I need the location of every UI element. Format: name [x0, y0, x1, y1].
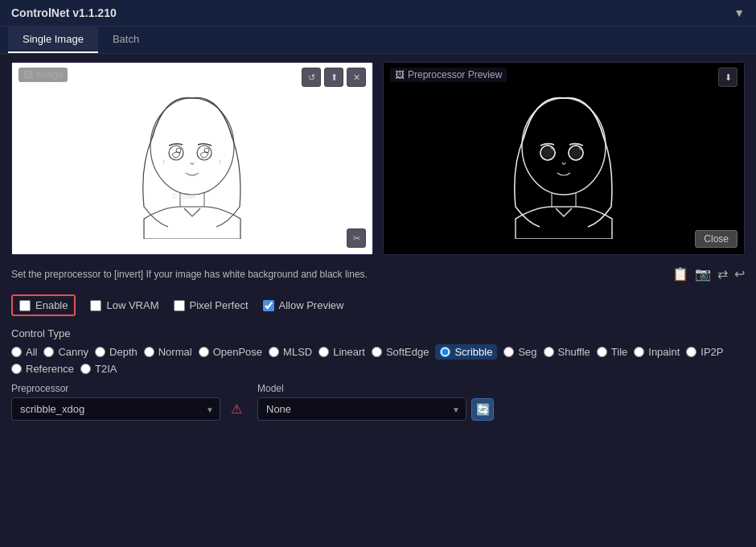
pixel-perfect-checkbox[interactable] [174, 300, 185, 311]
warning-icon: ⚠ [225, 398, 248, 421]
radio-canny-label[interactable]: Canny [58, 346, 88, 358]
radio-normal-label[interactable]: Normal [158, 346, 192, 358]
radio-t2ia-label[interactable]: T2IA [95, 363, 117, 375]
dropdowns-row: Preprocessor scribble_xdog scribble_hed … [11, 383, 745, 421]
preprocessor-label: Preprocessor [11, 383, 248, 394]
paste-icon[interactable]: 📋 [672, 266, 688, 282]
svg-point-13 [542, 147, 553, 158]
radio-canny-input[interactable] [43, 347, 54, 357]
radio-seg-label[interactable]: Seg [518, 346, 536, 358]
radio-reference: Reference [11, 363, 74, 375]
radio-mlsd-input[interactable] [269, 347, 279, 357]
radio-tile-input[interactable] [597, 347, 607, 357]
tabs-row: Single Image Batch [0, 27, 756, 54]
enable-checkbox[interactable] [19, 300, 31, 311]
download-preview-btn[interactable]: ⬇ [718, 68, 738, 87]
control-type-section: Control Type All Canny Depth Normal [11, 327, 745, 375]
undo-icon[interactable]: ↩ [734, 266, 745, 282]
radio-shuffle-label[interactable]: Shuffle [558, 346, 590, 358]
radio-depth-input[interactable] [95, 347, 105, 357]
model-group: Model None 🔄 [257, 383, 494, 421]
radio-lineart-input[interactable] [318, 347, 329, 357]
radio-ip2p: IP2P [686, 344, 723, 360]
radio-openpose-label[interactable]: OpenPose [213, 346, 262, 358]
radio-depth-label[interactable]: Depth [109, 346, 138, 358]
hint-row: Set the preprocessor to [invert] If your… [11, 263, 745, 285]
radio-lineart-label[interactable]: Lineart [333, 346, 365, 358]
svg-point-14 [570, 147, 581, 158]
radio-openpose-input[interactable] [199, 347, 209, 357]
refresh-model-button[interactable]: 🔄 [471, 398, 494, 421]
sketch-image[interactable]: © draw [12, 63, 372, 254]
radio-seg-input[interactable] [503, 347, 514, 357]
preview-label-icon: 🖼 [395, 69, 405, 80]
close-preview-button[interactable]: Close [695, 230, 738, 248]
radio-all: All [11, 344, 37, 360]
radio-all-input[interactable] [11, 347, 22, 357]
radio-mlsd: MLSD [269, 344, 312, 360]
radio-inpaint-label[interactable]: Inpaint [648, 346, 680, 358]
radio-depth: Depth [95, 344, 138, 360]
radio-tile: Tile [597, 344, 627, 360]
preview-panel: 🖼 Preprocessor Preview ⬇ [383, 62, 745, 255]
allow-preview-checkbox[interactable] [263, 300, 274, 311]
preview-label-text: Preprocessor Preview [408, 69, 502, 80]
control-type-label: Control Type [11, 327, 745, 339]
controls-row: Enable Low VRAM Pixel Perfect Allow Prev… [11, 291, 745, 319]
radio-scribble: Scribble [435, 344, 497, 360]
collapse-arrow-icon[interactable]: ▼ [733, 6, 745, 19]
radio-reference-input[interactable] [11, 364, 22, 374]
crop-icon-btn[interactable]: ✂ [347, 228, 366, 248]
radio-t2ia-input[interactable] [80, 364, 91, 374]
radio-softedge-label[interactable]: SoftEdge [386, 346, 429, 358]
preview-image[interactable] [384, 63, 744, 254]
allow-preview-group: Allow Preview [263, 299, 344, 311]
upload-icon-btn[interactable]: ⬆ [324, 68, 343, 87]
radio-mlsd-label[interactable]: MLSD [283, 346, 312, 358]
svg-text:© draw: © draw [172, 192, 195, 200]
pixel-perfect-label[interactable]: Pixel Perfect [190, 299, 249, 311]
radio-ip2p-input[interactable] [686, 347, 696, 357]
low-vram-group: Low VRAM [90, 299, 158, 311]
image-panel-label: 🖼 Image [18, 68, 68, 82]
tab-batch[interactable]: Batch [98, 27, 154, 53]
control-type-radio-grid: All Canny Depth Normal OpenPose [11, 344, 745, 375]
main-container: ControlNet v1.1.210 ▼ Single Image Batch… [0, 0, 756, 547]
model-dropdown-wrapper: None 🔄 [257, 397, 494, 421]
radio-ip2p-label[interactable]: IP2P [701, 346, 723, 358]
radio-lineart: Lineart [318, 344, 365, 360]
radio-inpaint-input[interactable] [634, 347, 644, 357]
svg-rect-0 [100, 78, 285, 239]
enable-label[interactable]: Enable [35, 299, 68, 311]
radio-normal-input[interactable] [144, 347, 154, 357]
radio-t2ia: T2IA [80, 363, 117, 375]
radio-normal: Normal [144, 344, 192, 360]
radio-reference-label[interactable]: Reference [26, 363, 74, 375]
radio-softedge-input[interactable] [372, 347, 382, 357]
preview-panel-controls: ⬇ [718, 68, 738, 87]
camera-icon[interactable]: 📷 [695, 266, 711, 282]
svg-rect-7 [471, 78, 656, 239]
radio-scribble-input[interactable] [440, 347, 450, 357]
radio-shuffle-input[interactable] [544, 347, 554, 357]
preprocessor-select[interactable]: scribble_xdog scribble_hed scribble_pidi… [11, 397, 220, 421]
enable-checkbox-group: Enable [11, 294, 76, 316]
radio-tile-label[interactable]: Tile [611, 346, 627, 358]
radio-scribble-label[interactable]: Scribble [454, 346, 492, 358]
preview-svg [471, 78, 656, 239]
radio-softedge: SoftEdge [372, 344, 429, 360]
close-image-icon-btn[interactable]: ✕ [347, 68, 366, 87]
radio-all-label[interactable]: All [26, 346, 37, 358]
low-vram-checkbox[interactable] [90, 300, 101, 311]
allow-preview-label[interactable]: Allow Preview [279, 299, 344, 311]
low-vram-label[interactable]: Low VRAM [106, 299, 158, 311]
preprocessor-dropdown-wrapper: scribble_xdog scribble_hed scribble_pidi… [11, 397, 248, 421]
swap-icon[interactable]: ⇄ [717, 266, 728, 282]
radio-seg: Seg [503, 344, 536, 360]
reset-icon-btn[interactable]: ↺ [302, 68, 321, 87]
radio-inpaint: Inpaint [634, 344, 680, 360]
header-bar: ControlNet v1.1.210 ▼ [0, 0, 756, 27]
radio-shuffle: Shuffle [544, 344, 590, 360]
model-select[interactable]: None [257, 397, 466, 421]
tab-single-image[interactable]: Single Image [8, 27, 98, 53]
